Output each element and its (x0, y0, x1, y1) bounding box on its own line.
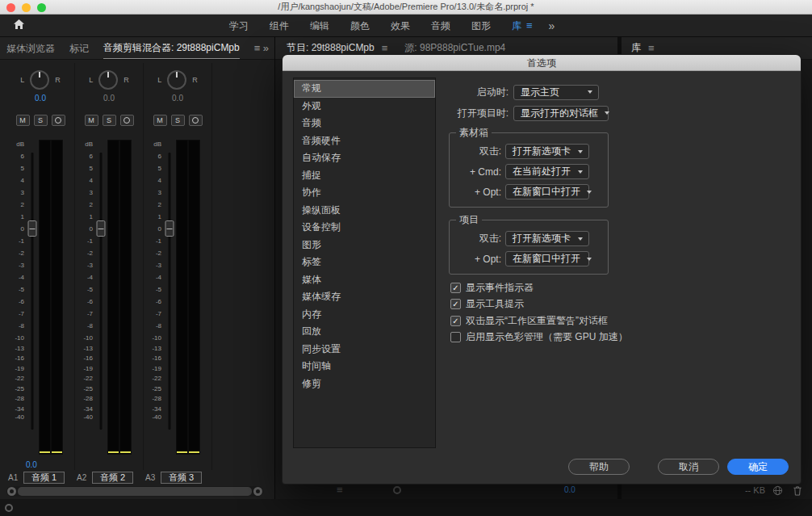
panel-menu-icon[interactable]: ≡ (254, 42, 261, 54)
write-keyframes-button[interactable] (52, 115, 65, 126)
minimize-window-button[interactable] (22, 3, 31, 12)
pref-category[interactable]: 协作 (294, 184, 435, 202)
fader-handle[interactable] (165, 220, 174, 237)
pref-category[interactable]: 外观 (294, 98, 435, 115)
workspace-tab[interactable]: 学习 (219, 15, 259, 37)
horizontal-scrollbar[interactable] (6, 486, 263, 497)
home-button[interactable] (0, 15, 37, 36)
workspace-tab[interactable]: 组件 (259, 15, 299, 37)
pref-category[interactable]: 操纵面板 (294, 202, 435, 220)
db-tick: 3 (79, 189, 93, 201)
pref-category[interactable]: 同步设置 (294, 341, 435, 359)
workspace-tab[interactable]: 图形 (461, 15, 501, 37)
pref-category[interactable]: 设备控制 (294, 219, 435, 237)
pan-control: LR (75, 68, 143, 92)
workspace-tab[interactable]: 颜色 (340, 15, 380, 37)
level-meter-left (177, 141, 187, 454)
mute-button[interactable]: M (85, 115, 98, 126)
workspace-tab[interactable]: 编辑 (299, 15, 340, 37)
workspace-menu-icon[interactable]: ≡ (526, 15, 533, 37)
panel-menu-icon[interactable]: ≡ (648, 42, 655, 54)
fader-track[interactable] (27, 139, 38, 455)
track-name[interactable]: 音频 1 (23, 472, 65, 484)
solo-button[interactable]: S (171, 115, 185, 126)
open-project-dropdown[interactable]: 显示打开的对话框 (513, 106, 609, 121)
globe-icon[interactable] (772, 485, 783, 499)
workspace-tab[interactable]: 效果 (380, 15, 421, 37)
pref-category[interactable]: 音频硬件 (294, 132, 435, 150)
checkbox-icon[interactable] (450, 332, 461, 342)
panel-overflow-chevron[interactable]: » (263, 42, 269, 54)
write-keyframes-button[interactable] (120, 115, 134, 126)
fader-track[interactable] (164, 139, 175, 455)
solo-button[interactable]: S (34, 115, 48, 126)
checkbox-icon[interactable]: ✓ (450, 299, 461, 309)
checkbox-icon[interactable]: ✓ (450, 283, 461, 293)
db-scale: dB6543210-1-2-3-4-5-6-7-8-10-13-16-19-22… (79, 139, 95, 455)
mute-button[interactable]: M (153, 115, 167, 126)
pref-category[interactable]: 时间轴 (294, 358, 435, 375)
help-button[interactable]: 帮助 (568, 459, 630, 475)
mac-titlebar: /用户/kangshaojun/文稿/Adobe/Premiere Pro/13… (0, 0, 812, 15)
pan-left-label: L (89, 76, 93, 84)
panel-menu-icon[interactable]: ≡ (337, 485, 343, 496)
workspace-overflow-chevron[interactable]: » (549, 19, 555, 32)
pan-knob[interactable] (167, 70, 186, 90)
settings-icon[interactable] (393, 486, 401, 494)
dropdown[interactable]: 在新窗口中打开 (505, 251, 589, 266)
fader-track[interactable] (95, 139, 107, 455)
write-keyframes-button[interactable] (189, 115, 203, 126)
pref-category[interactable]: 标签 (294, 254, 435, 271)
cancel-button[interactable]: 取消 (658, 459, 719, 475)
dropdown[interactable]: 在当前处打开 (505, 164, 589, 179)
scrollbar-right-knob-icon[interactable] (253, 487, 262, 496)
trash-icon[interactable] (793, 485, 802, 499)
preference-checkbox[interactable]: ✓双击显示“工作区重置警告”对话框 (450, 313, 628, 329)
fader-handle[interactable] (28, 220, 37, 237)
pref-category[interactable]: 捕捉 (294, 167, 435, 185)
db-tick: 4 (79, 177, 93, 189)
zoom-window-button[interactable] (37, 3, 46, 12)
dropdown[interactable]: 打开新选项卡 (505, 231, 589, 246)
pref-category[interactable]: 图形 (294, 237, 435, 254)
panel-tab[interactable]: 音频剪辑混合器: 29t888piCMpb (103, 37, 240, 59)
tab-program-monitor[interactable]: 节目: 29t888piCMpb (287, 41, 375, 55)
ok-button[interactable]: 确定 (727, 459, 789, 475)
pref-category[interactable]: 媒体 (294, 271, 435, 289)
pan-knob[interactable] (30, 70, 49, 90)
db-tick: -2 (148, 250, 161, 262)
pref-category[interactable]: 回放 (294, 323, 435, 341)
preference-checkbox[interactable]: ✓显示事件指示器 (450, 279, 628, 296)
track-name[interactable]: 音频 3 (161, 472, 202, 484)
fader-handle[interactable] (97, 220, 106, 237)
tab-source-monitor[interactable]: 源: 98P888piCTue.mp4 (404, 41, 505, 55)
dropdown[interactable]: 打开新选项卡 (505, 144, 589, 159)
preference-checkbox[interactable]: 启用显示色彩管理（需要 GPU 加速） (450, 329, 628, 346)
pan-knob[interactable] (98, 70, 118, 90)
pref-category[interactable]: 修剪 (294, 375, 435, 393)
panel-tab[interactable]: 标记 (69, 38, 89, 59)
pref-category[interactable]: 音频 (294, 115, 435, 132)
panel-menu-icon[interactable]: ≡ (382, 42, 388, 54)
dialog-titlebar[interactable]: 首选项 (283, 55, 801, 71)
db-tick: 1 (10, 213, 24, 225)
mute-button[interactable]: M (16, 115, 30, 126)
startup-dropdown[interactable]: 显示主页 (513, 85, 599, 100)
pref-category[interactable]: 自动保存 (294, 149, 435, 167)
tab-library[interactable]: 库 (631, 41, 641, 55)
pref-category[interactable]: 常规 (294, 80, 435, 98)
workspace-tab[interactable]: 音频 (421, 15, 461, 37)
close-window-button[interactable] (6, 3, 15, 12)
scrollbar-thumb[interactable] (18, 487, 252, 496)
pref-category[interactable]: 媒体缓存 (294, 288, 435, 306)
solo-button[interactable]: S (103, 115, 116, 126)
checkbox-icon[interactable]: ✓ (450, 316, 461, 326)
pref-category[interactable]: 内存 (294, 306, 435, 324)
scrollbar-left-knob-icon[interactable] (7, 487, 16, 496)
dropdown[interactable]: 在新窗口中打开 (505, 184, 589, 199)
panel-tab[interactable]: 媒体浏览器 (6, 38, 55, 59)
preference-checkbox[interactable]: ✓显示工具提示 (450, 296, 628, 313)
panel-corner-icon[interactable] (5, 504, 13, 512)
db-tick: -8 (148, 322, 161, 334)
track-name[interactable]: 音频 2 (92, 472, 133, 484)
